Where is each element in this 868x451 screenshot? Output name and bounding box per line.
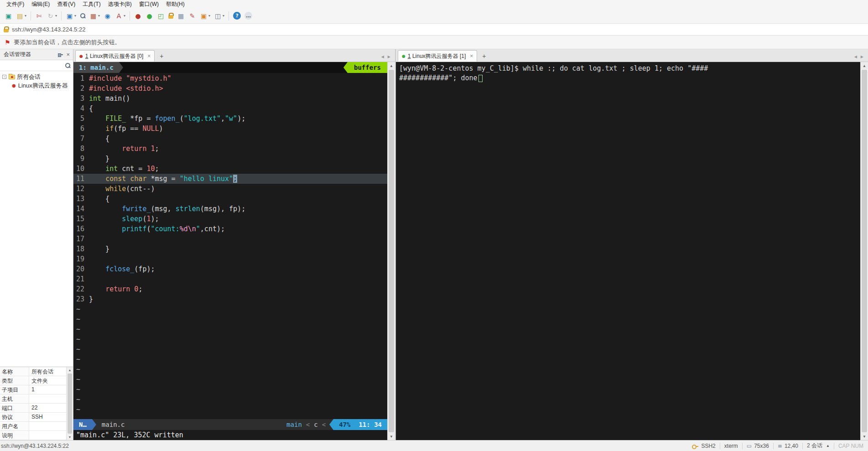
lock-screen-button[interactable] — [166, 10, 175, 22]
scroll-up-icon[interactable]: ▲ — [861, 62, 868, 69]
vim-message-line: "main.c" 23L, 352C written — [73, 430, 387, 440]
record-button[interactable]: ● — [132, 10, 144, 22]
menu-window[interactable]: 窗口(W) — [135, 0, 162, 9]
sessions-dropdown-icon[interactable]: ▲ — [826, 444, 830, 448]
scroll-tabs-left-icon[interactable]: ◀ — [854, 55, 857, 59]
scrollbar-thumb[interactable] — [68, 373, 72, 434]
scroll-up-icon[interactable]: ▲ — [67, 367, 73, 373]
vim-buffer-tab[interactable]: 1: main.c — [73, 62, 119, 73]
menu-tab[interactable]: 选项卡(B) — [104, 0, 135, 9]
dropdown-arrow-icon[interactable]: ▾ — [124, 14, 125, 18]
new-tab-button[interactable]: + — [479, 52, 489, 61]
properties-button[interactable]: ▦▾ — [88, 10, 102, 22]
scroll-tabs-left-icon[interactable]: ◀ — [381, 55, 384, 59]
menu-edit[interactable]: 编辑(E) — [28, 0, 53, 9]
statusbar-url: ssh://wyn@43.143.224.5:22 — [1, 443, 692, 449]
dropdown-arrow-icon[interactable]: ▾ — [25, 14, 26, 18]
close-panel-icon[interactable]: × — [65, 51, 71, 58]
tab-close-icon[interactable]: × — [147, 53, 151, 59]
virtual-keypad-button[interactable]: ▦ — [175, 10, 187, 22]
code-line: 6 if(fp == NULL) — [73, 124, 387, 134]
tab-session-0[interactable]: ● 1 Linux腾讯云服务器 [0] × — [75, 50, 155, 62]
property-row[interactable]: 子项目1 — [0, 385, 66, 394]
scroll-down-icon[interactable]: ▼ — [861, 433, 868, 440]
new-session-button[interactable]: ▣ — [3, 10, 14, 22]
code-line: 1#include "mystdio.h" — [73, 73, 387, 83]
line-number: 16 — [73, 224, 89, 234]
feedback-button[interactable]: … — [243, 10, 254, 22]
session-count[interactable]: 2 会话 ▲ — [807, 442, 830, 450]
web-browser-button[interactable]: ◉ — [102, 10, 113, 22]
open-session-folder-button[interactable]: ▤▾ — [14, 10, 28, 22]
shell-terminal[interactable]: [wyn@VM-8-2-centos my_C_lib]$ while :; d… — [396, 62, 860, 440]
cursor-position-icon: ≡ — [778, 443, 782, 449]
divider — [742, 443, 743, 449]
property-row[interactable]: 用户名 — [0, 422, 66, 431]
menu-view[interactable]: 查看(V) — [53, 0, 79, 9]
search-icon[interactable] — [65, 62, 71, 68]
tree-item-session[interactable]: ● Linux腾讯云服务器 — [0, 81, 73, 90]
capture-button[interactable]: ● — [144, 10, 155, 22]
tab-close-icon[interactable]: × — [470, 53, 473, 59]
menu-file[interactable]: 文件(F) — [3, 0, 28, 9]
disconnect-icon: ✄ — [35, 12, 43, 20]
line-number: 10 — [73, 164, 89, 174]
left-terminal-scrollbar[interactable]: ▲ ▼ — [387, 62, 395, 440]
fullscreen-button[interactable]: ◰ — [155, 10, 166, 22]
menu-tools[interactable]: 工具(T) — [79, 0, 104, 9]
vim-cursor: ; — [233, 175, 237, 183]
vim-code[interactable]: 1#include "mystdio.h"2#include <stdio.h>… — [73, 73, 387, 419]
dropdown-arrow-icon[interactable]: ▾ — [55, 14, 57, 18]
help-button[interactable]: ? — [231, 10, 243, 22]
divider — [773, 443, 774, 449]
separator-triangle — [343, 62, 348, 73]
tree-item-all-sessions[interactable]: - 所有会话 — [0, 73, 73, 81]
code-line: 9 } — [73, 154, 387, 164]
dropdown-arrow-icon[interactable]: ▾ — [208, 14, 210, 18]
session-state-icon: ● — [79, 54, 83, 58]
new-file-button[interactable]: ▣▾ — [198, 10, 212, 22]
dropdown-arrow-icon[interactable]: ▾ — [74, 14, 76, 18]
menu-help[interactable]: 帮助(H) — [162, 0, 188, 9]
address-url[interactable]: ssh://wyn@43.143.224.5:22 — [12, 26, 85, 33]
property-row[interactable]: 主机 — [0, 394, 66, 404]
scroll-down-icon[interactable]: ▼ — [67, 434, 73, 440]
tree-expander-icon[interactable]: - — [2, 75, 6, 79]
property-row[interactable]: 名称所有会话 — [0, 367, 66, 376]
line-number: 3 — [73, 93, 89, 104]
scrollbar-thumb[interactable] — [862, 70, 867, 432]
property-row[interactable]: 说明 — [0, 431, 66, 440]
session-search-input[interactable] — [2, 62, 65, 69]
tab-session-1[interactable]: ● 1 Linux腾讯云服务器 [1] × — [398, 50, 477, 62]
pin-icon[interactable] — [57, 52, 63, 57]
vim-tabline: 1: main.c buffers — [73, 62, 387, 73]
find-button[interactable] — [78, 10, 88, 22]
compose-button[interactable]: ✎ — [187, 10, 198, 22]
file-transfer-button[interactable]: ▣▾ — [64, 10, 78, 22]
disconnect-button[interactable]: ✄ — [33, 10, 45, 22]
sessions-folder-icon — [9, 75, 15, 79]
reconnect-button[interactable]: ↻▾ — [45, 10, 59, 22]
font-color-button[interactable]: A▾ — [113, 10, 127, 22]
scroll-down-icon[interactable]: ▼ — [388, 433, 395, 440]
property-row[interactable]: 协议SSH — [0, 413, 66, 422]
property-value: 所有会话 — [29, 367, 66, 376]
scrollbar-thumb[interactable] — [389, 70, 394, 432]
right-terminal-scrollbar[interactable]: ▲ ▼ — [860, 62, 868, 440]
property-row[interactable]: 类型文件夹 — [0, 376, 66, 385]
properties-scrollbar[interactable]: ▲ ▼ — [66, 367, 73, 440]
code-line: 10 int cnt = 10; — [73, 164, 387, 174]
dropdown-arrow-icon[interactable]: ▾ — [223, 14, 224, 18]
separator-triangle — [119, 62, 123, 73]
scroll-tabs-right-icon[interactable]: ▶ — [388, 55, 390, 59]
scroll-tabs-right-icon[interactable]: ▶ — [861, 55, 863, 59]
dropdown-arrow-icon[interactable]: ▾ — [98, 14, 100, 18]
scroll-up-icon[interactable]: ▲ — [388, 62, 395, 69]
property-label: 名称 — [0, 367, 29, 376]
property-value — [29, 431, 66, 440]
tile-windows-button[interactable]: ◫▾ — [212, 10, 226, 22]
new-tab-button[interactable]: + — [157, 52, 166, 61]
property-row[interactable]: 端口22 — [0, 404, 66, 413]
vim-terminal[interactable]: 1: main.c buffers 1#include "mystdio.h"2… — [73, 62, 387, 440]
line-number: 7 — [73, 134, 89, 144]
